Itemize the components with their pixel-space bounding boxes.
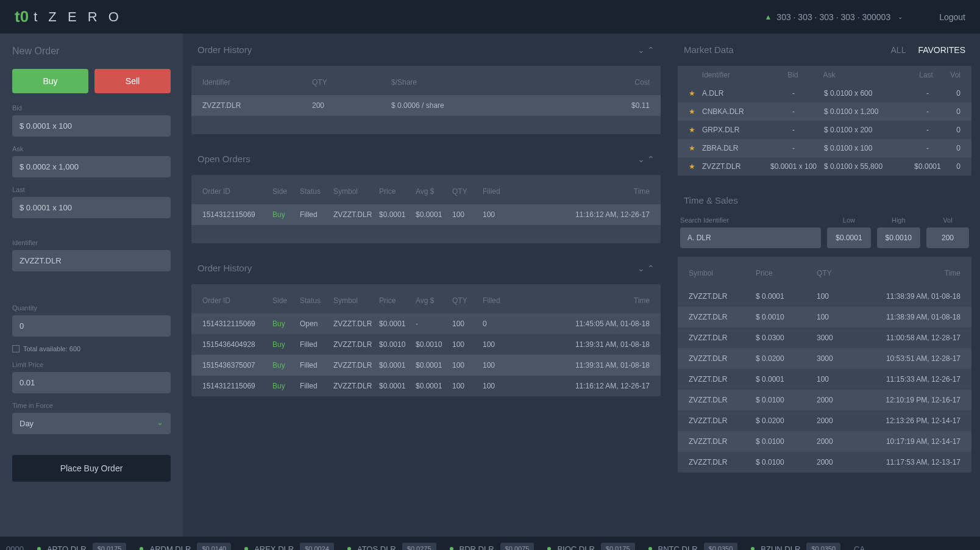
- ticker-item[interactable]: BDR.DLR$0.0075: [450, 543, 534, 550]
- order-history-collapse[interactable]: ⌄⌃: [637, 263, 655, 273]
- table-row[interactable]: 1514312115069BuyFilledZVZZT.DLR$0.0001$0…: [191, 204, 661, 225]
- table-row[interactable]: 1515436404928BuyFilledZVZZT.DLR$0.0010$0…: [191, 334, 661, 355]
- table-row[interactable]: ★A.DLR-$ 0.0100 x 600-0: [678, 84, 971, 102]
- table-row[interactable]: 1515436375007BuyFilledZVZZT.DLR$0.0001$0…: [191, 355, 661, 376]
- status-dot-icon: [751, 547, 755, 550]
- user-icon: ▲: [764, 13, 772, 21]
- table-row[interactable]: ★ZBRA.DLR-$ 0.0100 x 100-0: [678, 139, 971, 157]
- table-row[interactable]: ZVZZT.DLR$ 0.0200200012:13:26 PM, 12-14-…: [678, 410, 971, 431]
- tab-favorites[interactable]: FAVORITES: [918, 45, 965, 55]
- vol-value: 200: [926, 227, 969, 248]
- open-orders-header: Open Orders ⌄⌃: [191, 143, 661, 175]
- place-order-button[interactable]: Place Buy Order: [12, 455, 171, 482]
- star-icon[interactable]: ★: [689, 89, 695, 98]
- limit-price-field[interactable]: [12, 372, 171, 393]
- brand-text: t Z E R O: [34, 9, 122, 25]
- low-value: $0.0001: [827, 227, 870, 248]
- status-dot-icon: [244, 547, 248, 550]
- quantity-label: Quantity: [12, 304, 171, 312]
- order-summary-collapse[interactable]: ⌄⌃: [637, 45, 655, 55]
- table-row[interactable]: ZVZZT.DLR$ 0.0200300010:53:51 AM, 12-28-…: [678, 348, 971, 369]
- status-dot-icon: [347, 547, 351, 550]
- status-dot-icon: [140, 547, 143, 550]
- account-number: 303 · 303 · 303 · 303 · 300003: [776, 12, 890, 22]
- total-available: Total available: 600: [12, 345, 171, 352]
- right-panel: Market Data ALL FAVORITES Identifier Bid…: [669, 34, 980, 537]
- vol-label: Vol: [926, 216, 969, 224]
- open-orders-collapse[interactable]: ⌄⌃: [637, 154, 655, 164]
- account-selector[interactable]: ▲ 303 · 303 · 303 · 303 · 300003 ⌄: [764, 12, 903, 22]
- limit-price-label: Limit Price: [12, 361, 171, 368]
- identifier-label: Identifier: [12, 239, 171, 246]
- time-sales-header: Time & Sales: [669, 184, 980, 216]
- star-icon[interactable]: ★: [689, 107, 695, 116]
- bid-label: Bid: [12, 104, 171, 112]
- ask-label: Ask: [12, 145, 171, 152]
- ticker-item[interactable]: ATOS.DLR$0.0275: [347, 543, 436, 550]
- table-row[interactable]: ★CNBKA.DLR-$ 0.0100 x 1,200-0: [678, 102, 971, 121]
- app-header: t0 t Z E R O ▲ 303 · 303 · 303 · 303 · 3…: [0, 0, 980, 34]
- ticker-item[interactable]: ARDM.DLR$0.0140: [140, 543, 231, 550]
- order-summary-table: Identifier QTY $/Share Cost ZVZZT.DLR 20…: [191, 66, 661, 134]
- open-orders-table: Order ID Side Status Symbol Price Avg $ …: [191, 175, 661, 243]
- tif-label: Time in Force: [12, 402, 171, 409]
- table-row[interactable]: 1514312115069BuyOpenZVZZT.DLR$0.0001-100…: [191, 313, 661, 334]
- time-sales-table: Symbol Price QTY Time ZVZZT.DLR$ 0.00011…: [678, 257, 971, 473]
- ticker-item[interactable]: AREX.DLR$0.0024: [244, 543, 334, 550]
- ticker-item[interactable]: BIOC.DLR$0.0175: [547, 543, 634, 550]
- center-panel: Order History ⌄⌃ Identifier QTY $/Share …: [183, 34, 669, 537]
- logout-link[interactable]: Logout: [939, 12, 965, 22]
- ask-field[interactable]: [12, 156, 171, 177]
- new-order-title: New Order: [12, 46, 171, 57]
- star-icon[interactable]: ★: [689, 126, 695, 134]
- ticker-item[interactable]: BZUN.DLR$0.0350: [751, 543, 840, 550]
- table-row[interactable]: ZVZZT.DLR$ 0.0100200010:17:19 AM, 12-14-…: [678, 431, 971, 452]
- high-label: High: [877, 216, 920, 224]
- last-label: Last: [12, 186, 171, 193]
- table-row[interactable]: ZVZZT.DLR$ 0.000110011:15:33 AM, 12-26-1…: [678, 369, 971, 390]
- new-order-panel: New Order Buy Sell Bid Ask Last Identifi…: [0, 34, 183, 537]
- sell-button[interactable]: Sell: [94, 69, 171, 93]
- status-dot-icon: [547, 547, 551, 550]
- market-data-table: Identifier Bid Ask Last Vol ★A.DLR-$ 0.0…: [678, 66, 971, 176]
- status-dot-icon: [648, 547, 652, 550]
- search-identifier-label: Search Identifier: [680, 216, 821, 224]
- low-label: Low: [827, 216, 870, 224]
- star-icon[interactable]: ★: [689, 144, 695, 152]
- quantity-field[interactable]: [12, 315, 171, 337]
- status-dot-icon: [450, 547, 453, 550]
- table-row[interactable]: ★ZVZZT.DLR$0.0001 x 100$ 0.0100 x 55,800…: [678, 157, 971, 176]
- ticker-bar: 0000 APTO.DLR$0.0175ARDM.DLR$0.0140AREX.…: [0, 537, 980, 550]
- table-row[interactable]: ★GRPX.DLR-$ 0.0100 x 200-0: [678, 121, 971, 139]
- status-dot-icon: [37, 547, 41, 550]
- identifier-field[interactable]: [12, 250, 171, 271]
- order-history-table: Order ID Side Status Symbol Price Avg $ …: [191, 284, 661, 396]
- brand-logo: t0 t Z E R O: [15, 7, 122, 26]
- tab-all[interactable]: ALL: [891, 45, 906, 55]
- total-available-checkbox[interactable]: [12, 345, 20, 352]
- table-row[interactable]: ZVZZT.DLR 200 $ 0.0006 / share $0.11: [191, 95, 661, 116]
- table-row[interactable]: 1514312115069BuyFilledZVZZT.DLR$0.0001$0…: [191, 376, 661, 396]
- tif-select[interactable]: [12, 413, 171, 434]
- search-identifier-input[interactable]: [680, 227, 821, 248]
- order-summary-header: Order History ⌄⌃: [191, 34, 661, 66]
- ticker-item[interactable]: APTO.DLR$0.0175: [37, 543, 127, 550]
- high-value: $0.0010: [877, 227, 920, 248]
- order-history-header: Order History ⌄⌃: [191, 252, 661, 284]
- buy-button[interactable]: Buy: [12, 69, 88, 93]
- last-field[interactable]: [12, 197, 171, 218]
- table-row[interactable]: ZVZZT.DLR$ 0.0300300011:00:58 AM, 12-28-…: [678, 327, 971, 348]
- table-row[interactable]: ZVZZT.DLR$ 0.0100200012:10:19 PM, 12-16-…: [678, 390, 971, 410]
- table-row[interactable]: ZVZZT.DLR$ 0.001010011:38:39 AM, 01-08-1…: [678, 307, 971, 327]
- table-row[interactable]: ZVZZT.DLR$ 0.000110011:38:39 AM, 01-08-1…: [678, 286, 971, 307]
- market-data-header: Market Data ALL FAVORITES: [669, 34, 980, 66]
- ticker-item[interactable]: BNTC.DLR$0.0350: [648, 543, 738, 550]
- chevron-down-icon: ⌄: [898, 13, 903, 20]
- star-icon[interactable]: ★: [689, 162, 695, 171]
- table-row[interactable]: ZVZZT.DLR$ 0.0100200011:17:53 AM, 12-13-…: [678, 452, 971, 473]
- logo-icon: t0: [15, 7, 29, 26]
- bid-field[interactable]: [12, 115, 171, 137]
